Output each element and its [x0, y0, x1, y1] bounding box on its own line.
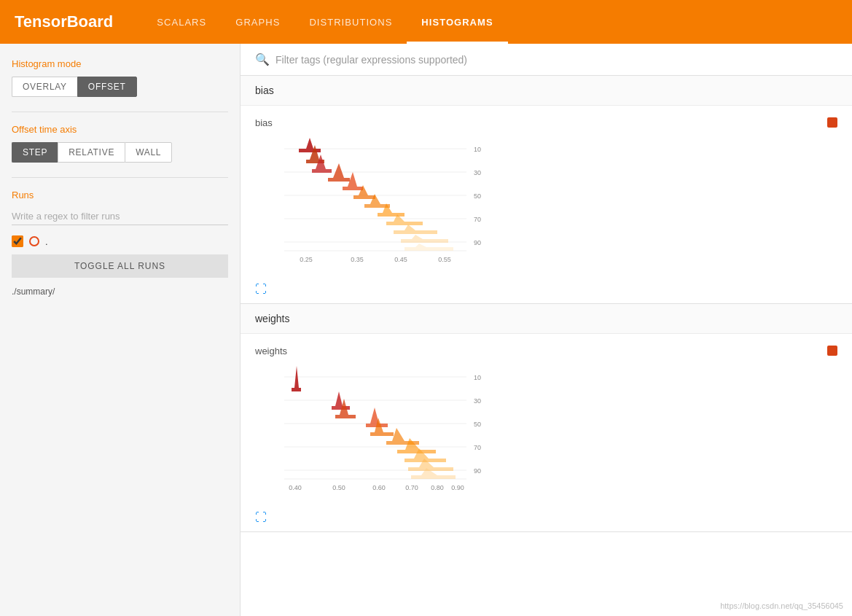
nav-scalars[interactable]: SCALARS — [142, 0, 221, 44]
svg-text:30: 30 — [474, 169, 481, 176]
weights-chart-area: 10 30 50 70 90 — [262, 362, 496, 508]
toggle-all-runs-button[interactable]: TOGGLE ALL RUNS — [12, 254, 228, 278]
svg-text:50: 50 — [474, 421, 481, 428]
svg-text:0.90: 0.90 — [451, 484, 464, 491]
weights-expand-icon[interactable]: ⛶ — [255, 511, 267, 524]
main-layout: Histogram mode OVERLAY OFFSET Offset tim… — [0, 44, 852, 616]
bias-chart-area: 10 30 50 70 90 — [262, 134, 496, 280]
weights-group-title: weights — [241, 304, 852, 334]
time-wall-btn[interactable]: WALL — [125, 142, 172, 163]
runs-filter-input[interactable] — [12, 208, 228, 225]
svg-marker-38 — [292, 366, 301, 391]
svg-text:0.45: 0.45 — [394, 256, 407, 263]
svg-marker-21 — [401, 235, 448, 243]
bias-card: bias — [241, 106, 852, 303]
bias-expand-icon[interactable]: ⛶ — [255, 283, 267, 296]
time-button-group: STEP RELATIVE WALL — [12, 142, 228, 163]
time-step-btn[interactable]: STEP — [12, 142, 58, 163]
svg-marker-22 — [404, 243, 453, 251]
main-nav: SCALARS GRAPHS DISTRIBUTIONS HISTOGRAMS — [142, 0, 507, 44]
nav-histograms[interactable]: HISTOGRAMS — [407, 0, 507, 44]
weights-color-indicator — [827, 346, 837, 356]
svg-text:0.60: 0.60 — [372, 484, 386, 491]
header: TensorBoard SCALARS GRAPHS DISTRIBUTIONS… — [0, 0, 852, 44]
weights-card: weights — [241, 334, 852, 531]
weights-card-title: weights — [255, 346, 287, 356]
svg-text:0.25: 0.25 — [300, 256, 313, 263]
svg-text:90: 90 — [474, 239, 481, 246]
divider-1 — [12, 112, 228, 112]
svg-marker-20 — [394, 225, 437, 234]
svg-text:0.80: 0.80 — [431, 484, 444, 491]
svg-text:0.70: 0.70 — [405, 484, 418, 491]
offset-time-axis-label: Offset time axis — [12, 124, 228, 135]
logo: TensorBoard — [15, 12, 113, 31]
svg-text:90: 90 — [474, 467, 481, 475]
time-relative-btn[interactable]: RELATIVE — [58, 142, 125, 163]
svg-marker-39 — [332, 391, 350, 410]
search-input[interactable] — [275, 54, 837, 66]
runs-label: Runs — [12, 190, 228, 200]
svg-text:70: 70 — [474, 216, 481, 223]
svg-text:50: 50 — [474, 192, 481, 200]
run-dot-label: . — [45, 236, 48, 247]
nav-distributions[interactable]: DISTRIBUTIONS — [294, 0, 407, 44]
svg-text:10: 10 — [474, 374, 481, 381]
svg-text:0.35: 0.35 — [351, 256, 364, 263]
mode-overlay-btn[interactable]: OVERLAY — [12, 77, 77, 97]
svg-marker-43 — [386, 428, 419, 445]
search-bar: 🔍 — [241, 44, 852, 76]
svg-text:10: 10 — [474, 146, 481, 153]
histogram-mode-label: Histogram mode — [12, 58, 228, 69]
weights-card-header: weights — [255, 346, 837, 356]
svg-text:30: 30 — [474, 397, 481, 405]
bias-group: bias bias — [241, 76, 852, 304]
divider-2 — [12, 177, 228, 178]
svg-text:0.50: 0.50 — [332, 484, 345, 491]
bias-card-title: bias — [255, 117, 273, 128]
weights-group: weights weights — [241, 304, 852, 532]
svg-text:0.40: 0.40 — [289, 484, 302, 491]
run-path: ./summary/ — [12, 286, 228, 297]
run-color-dot — [29, 236, 39, 246]
search-icon: 🔍 — [255, 52, 270, 66]
footer-watermark: https://blog.csdn.net/qq_35456045 — [720, 601, 843, 610]
weights-chart-svg: 10 30 50 70 90 — [262, 362, 496, 508]
sidebar: Histogram mode OVERLAY OFFSET Offset tim… — [0, 44, 241, 616]
main-content: 🔍 bias bias — [241, 44, 852, 616]
mode-offset-btn[interactable]: OFFSET — [77, 77, 137, 97]
bias-chart-svg: 10 30 50 70 90 — [262, 134, 496, 280]
run-row: . — [12, 235, 228, 247]
svg-text:0.55: 0.55 — [438, 256, 451, 263]
run-checkbox[interactable] — [12, 235, 23, 247]
bias-card-header: bias — [255, 117, 837, 128]
nav-graphs[interactable]: GRAPHS — [221, 0, 294, 44]
bias-group-title: bias — [241, 76, 852, 106]
mode-button-group: OVERLAY OFFSET — [12, 77, 228, 97]
bias-color-indicator — [827, 117, 837, 128]
svg-text:70: 70 — [474, 444, 481, 451]
svg-marker-11 — [299, 138, 321, 152]
